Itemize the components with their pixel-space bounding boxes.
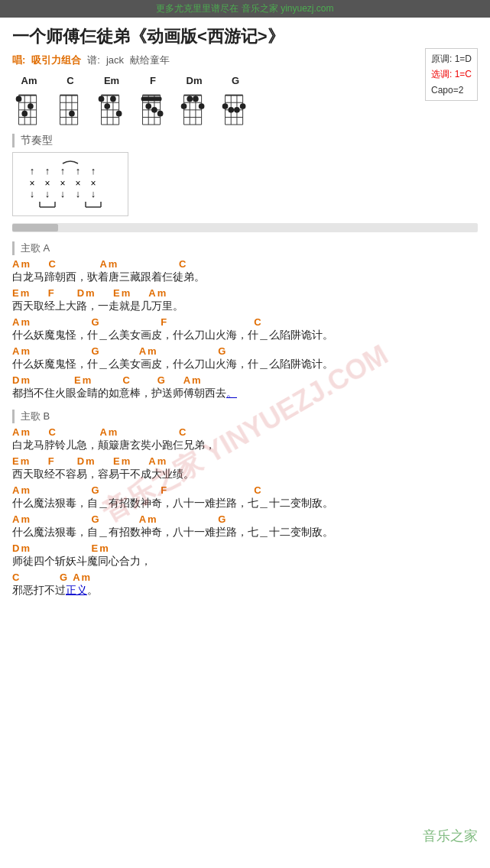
svg-point-47 [157, 111, 164, 117]
chord-line-b1: Am C Am C [12, 426, 478, 438]
banner-text: 更多尤克里里谱尽在 音乐之家 yinyuezj.com [156, 3, 333, 14]
chord-line-b5: Dm Em [12, 542, 478, 554]
section-b-label: 主歌 B [12, 410, 478, 423]
chord-line-a2: Em F Dm Em Am [12, 287, 478, 299]
chord-line-b4: Am G Am G [12, 513, 478, 525]
lyric-line-a3: 什么妖魔鬼怪，什＿么美女画皮，什么刀山火海，什＿么陷阱诡计。 [12, 329, 478, 342]
svg-text:↓: ↓ [91, 188, 96, 199]
meta-row: 唱: 吸引力组合 谱: jack 献给童年 [12, 53, 478, 67]
lyric-line-b1: 白龙马脖铃儿急，颠簸唐玄奘小跑仨兄弟， [12, 439, 478, 452]
chord-em: Em [95, 75, 128, 126]
arranger-label: 谱: [87, 53, 100, 67]
lyric-line-b6: 邪恶打不过正义。 [12, 584, 478, 598]
lyric-line-b5: 师徒四个斩妖斗魔同心合力， [12, 555, 478, 568]
svg-point-59 [199, 103, 205, 109]
song-sections: 主歌 A Am C Am C 白龙马蹄朝西，驮着唐三藏跟着仨徒弟。 Em F D… [12, 241, 478, 598]
svg-text:↑: ↑ [30, 165, 35, 177]
section-a: 主歌 A Am C Am C 白龙马蹄朝西，驮着唐三藏跟着仨徒弟。 Em F D… [12, 241, 478, 400]
singer-label: 唱: [12, 53, 25, 67]
chord-g: G [219, 75, 252, 126]
svg-point-33 [110, 96, 116, 102]
selected-key: 选调: 1=C [431, 66, 472, 82]
svg-text:×: × [75, 178, 80, 189]
svg-text:↓: ↓ [30, 188, 35, 199]
svg-point-34 [116, 111, 122, 117]
svg-text:↑: ↑ [91, 165, 96, 177]
svg-point-57 [181, 103, 187, 109]
chord-line-b2: Em F Dm Em Am [12, 455, 478, 467]
chord-line-a4: Am G Am G [12, 345, 478, 357]
svg-text:×: × [44, 178, 50, 189]
song-title: 一个师傅仨徒弟《动画版<西游记>》 [12, 25, 478, 49]
svg-point-71 [228, 107, 234, 113]
svg-point-60 [193, 96, 199, 102]
svg-text:↓: ↓ [76, 188, 81, 199]
original-key: 原调: 1=D [431, 51, 472, 66]
svg-text:×: × [90, 178, 96, 189]
scrollbar-wrap[interactable] [12, 223, 478, 232]
scrollbar-thumb[interactable] [12, 224, 58, 232]
chord-line-a5: Dm Em C G Am [12, 374, 478, 386]
lyric-line-b3: 什么魔法狠毒，自＿有招数神奇，八十一难拦路，七＿十二变制敌。 [12, 497, 478, 510]
top-banner: 更多尤克里里谱尽在 音乐之家 yinyuezj.com [0, 0, 490, 18]
svg-point-73 [240, 103, 246, 109]
chord-line-b3: Am G F C [12, 484, 478, 496]
svg-text:↑: ↑ [60, 165, 66, 177]
chord-am: Am [12, 75, 46, 126]
dedicate-value: 献给童年 [130, 53, 170, 67]
chord-dm: Dm [177, 75, 211, 126]
chord-line-a3: Am G F C [12, 316, 478, 328]
arranger-value[interactable]: jack [106, 54, 124, 66]
lyric-line-b4: 什么魔法狠毒，自＿有招数神奇，八十一难拦路，七＿十二变制敌。 [12, 526, 478, 539]
chord-f: F [136, 75, 170, 126]
svg-text:×: × [60, 178, 65, 189]
svg-text:↓: ↓ [45, 188, 50, 199]
svg-point-72 [234, 107, 240, 113]
rhythm-section: 节奏型 ↑ ↑ ↑ ↑ ↑ × × × × × ↓ ↓ [12, 134, 478, 223]
svg-point-11 [21, 111, 28, 117]
svg-point-45 [145, 103, 151, 109]
svg-point-9 [16, 96, 22, 102]
rhythm-label: 节奏型 [12, 134, 478, 147]
svg-text:↑: ↑ [76, 165, 81, 177]
chord-line-b6: C G Am [12, 572, 478, 583]
rhythm-box: ↑ ↑ ↑ ↑ ↑ × × × × × ↓ ↓ ↓ ↓ ↓ [12, 152, 128, 216]
svg-point-31 [99, 96, 105, 102]
svg-point-70 [222, 103, 229, 109]
chords-row: Am C [12, 75, 478, 126]
chord-c: C [54, 75, 87, 126]
svg-point-32 [104, 103, 110, 109]
svg-rect-44 [141, 96, 162, 101]
svg-point-10 [28, 103, 34, 109]
svg-text:↓: ↓ [60, 188, 66, 199]
key-box: 原调: 1=D 选调: 1=C Capo=2 [425, 48, 478, 101]
singer-value[interactable]: 吸引力组合 [31, 53, 81, 67]
svg-text:↑: ↑ [45, 165, 50, 177]
lyric-line-a4: 什么妖魔鬼怪，什＿么美女画皮，什么刀山火海，什＿么陷阱诡计。 [12, 358, 478, 371]
svg-point-58 [187, 96, 193, 102]
chord-line-a1: Am C Am C [12, 258, 478, 270]
svg-point-46 [151, 107, 157, 113]
section-b: 主歌 B Am C Am C 白龙马脖铃儿急，颠簸唐玄奘小跑仨兄弟， Em F … [12, 410, 478, 598]
capo: Capo=2 [431, 83, 472, 98]
svg-text:×: × [29, 178, 34, 189]
svg-point-21 [69, 111, 75, 117]
lyric-line-b2: 西天取经不容易，容易干不成大业绩。 [12, 468, 478, 481]
section-a-label: 主歌 A [12, 241, 478, 255]
lyric-line-a1: 白龙马蹄朝西，驮着唐三藏跟着仨徒弟。 [12, 270, 478, 284]
lyric-line-a2: 西天取经上大路，一走就是几万里。 [12, 300, 478, 313]
lyric-line-a5: 都挡不住火眼金睛的如意棒，护送师傅朝西去。 [12, 387, 478, 400]
